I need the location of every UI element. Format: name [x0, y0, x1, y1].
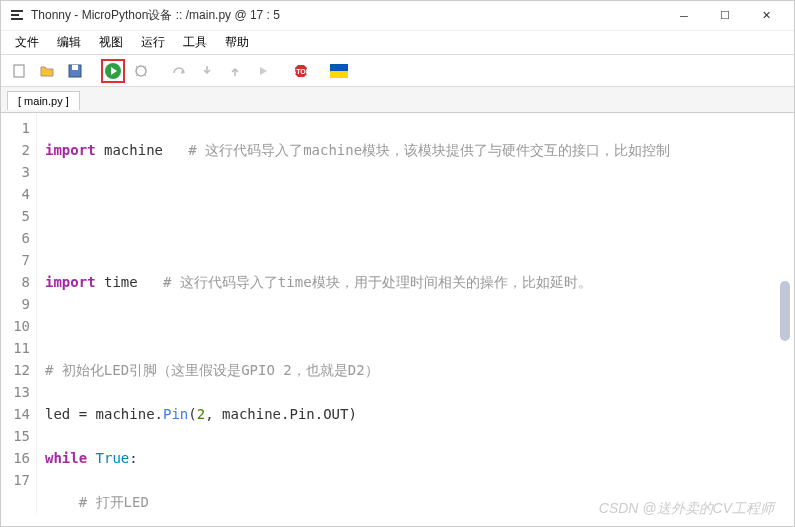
menu-tools[interactable]: 工具 — [175, 32, 215, 53]
toolbar: STOP — [1, 55, 794, 87]
menu-view[interactable]: 视图 — [91, 32, 131, 53]
svg-rect-9 — [330, 71, 348, 78]
new-file-button[interactable] — [7, 59, 31, 83]
titlebar: Thonny - MicroPython设备 :: /main.py @ 17 … — [1, 1, 794, 31]
minimize-button[interactable]: ─ — [664, 2, 704, 30]
menu-help[interactable]: 帮助 — [217, 32, 257, 53]
close-button[interactable]: ✕ — [746, 2, 786, 30]
step-out-button[interactable] — [223, 59, 247, 83]
app-icon — [9, 8, 25, 24]
save-button[interactable] — [63, 59, 87, 83]
open-file-button[interactable] — [35, 59, 59, 83]
debug-button[interactable] — [129, 59, 153, 83]
resume-button[interactable] — [251, 59, 275, 83]
menu-run[interactable]: 运行 — [133, 32, 173, 53]
maximize-button[interactable]: ☐ — [705, 2, 745, 30]
code-editor[interactable]: 1234567891011121314151617 import machine… — [1, 113, 794, 513]
svg-text:STOP: STOP — [293, 68, 309, 75]
menu-file[interactable]: 文件 — [7, 32, 47, 53]
step-into-button[interactable] — [195, 59, 219, 83]
svg-rect-3 — [72, 65, 78, 70]
run-button[interactable] — [101, 59, 125, 83]
vertical-scrollbar[interactable] — [780, 281, 790, 341]
flag-icon[interactable] — [327, 59, 351, 83]
watermark: CSDN @送外卖的CV工程师 — [599, 500, 774, 518]
tab-main-py[interactable]: [ main.py ] — [7, 91, 80, 110]
menubar: 文件 编辑 视图 运行 工具 帮助 — [1, 31, 794, 55]
svg-rect-1 — [14, 65, 24, 77]
editor-tabs: [ main.py ] — [1, 87, 794, 113]
stop-button[interactable]: STOP — [289, 59, 313, 83]
code-area[interactable]: import machine # 这行代码导入了machine模块，该模块提供了… — [37, 113, 794, 513]
step-over-button[interactable] — [167, 59, 191, 83]
window-title: Thonny - MicroPython设备 :: /main.py @ 17 … — [31, 7, 664, 24]
line-gutter: 1234567891011121314151617 — [1, 113, 37, 513]
svg-rect-8 — [330, 64, 348, 71]
menu-edit[interactable]: 编辑 — [49, 32, 89, 53]
